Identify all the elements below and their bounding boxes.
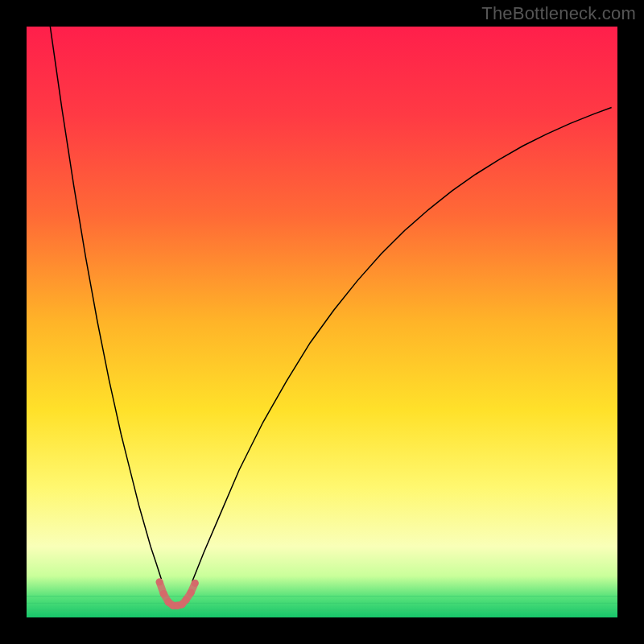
svg-line-19 [191,583,195,592]
chart-stage: TheBottleneck.com [0,0,644,644]
plot-background [27,27,617,617]
bottleneck-chart [0,0,644,644]
